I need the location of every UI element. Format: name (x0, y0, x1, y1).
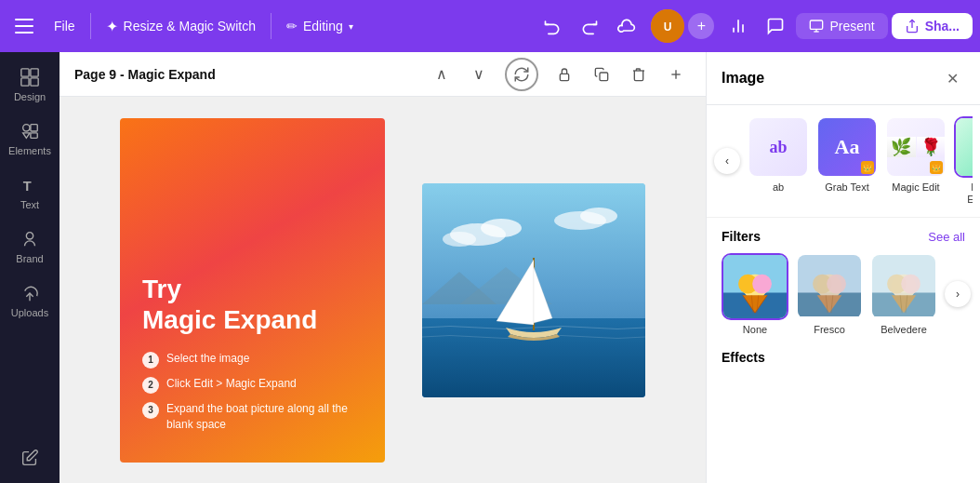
svg-rect-14 (31, 125, 37, 131)
svg-rect-5 (811, 20, 823, 29)
magic-refresh-icon[interactable] (505, 58, 538, 91)
page-toolbar: Page 9 - Magic Expand ∧ ∨ (60, 52, 706, 97)
filters-title: Filters (722, 229, 761, 244)
resize-magic-switch-button[interactable]: ✦ Resize & Magic Switch (97, 12, 265, 41)
effects-title: Effects (722, 350, 765, 365)
sidebar-item-label: Uploads (11, 307, 48, 318)
right-panel: Image ✕ ‹ ab ab Aa (706, 52, 980, 483)
svg-rect-11 (21, 78, 29, 86)
present-label: Present (829, 19, 874, 34)
see-all-button[interactable]: See all (928, 230, 965, 244)
panel-close-button[interactable]: ✕ (939, 65, 965, 91)
filter-belvedere[interactable]: Belvedere (870, 253, 937, 335)
svg-rect-10 (31, 69, 38, 76)
divider (271, 13, 271, 39)
filter-thumb-belvedere (870, 253, 937, 320)
filters-section: Filters See all (707, 218, 980, 346)
option-thumb-grab-text: Aa 👑 (816, 116, 878, 178)
filters-row: None (722, 253, 965, 335)
filter-label-none: None (743, 324, 767, 335)
page-title: Page 9 - Magic Expand (74, 67, 419, 82)
panel-title: Image (722, 70, 764, 87)
page-down-button[interactable]: ∨ (464, 60, 494, 89)
step-2: 2 Click Edit > Magic Expand (142, 376, 363, 394)
comments-button[interactable] (759, 9, 792, 43)
option-label-ab: ab (773, 181, 784, 194)
redo-button[interactable] (573, 9, 606, 43)
sidebar-item-elements[interactable]: Elements (4, 114, 56, 164)
svg-rect-21 (600, 73, 608, 81)
option-thumb-magic-edit: 🌿 🌹 👑 (885, 116, 947, 178)
add-collaborator-button[interactable]: + (688, 13, 714, 39)
effects-section: Effects (707, 346, 980, 378)
avatar[interactable]: U (651, 9, 684, 43)
filter-fresco[interactable]: Fresco (796, 253, 863, 335)
step-3: 3 Expand the boat picture along all the … (142, 401, 363, 433)
topbar: File ✦ Resize & Magic Switch ✏ Editing ▾ (0, 0, 980, 52)
sidebar-item-brand[interactable]: Brand (4, 221, 56, 272)
svg-point-56 (901, 275, 920, 294)
sidebar: Design Elements T Text Brand (0, 52, 60, 483)
svg-point-27 (443, 232, 476, 247)
option-thumb-magic-expand: 🐞 ◆ (954, 116, 973, 178)
present-button[interactable]: Present (796, 13, 887, 39)
option-ab[interactable]: ab ab (748, 116, 809, 206)
design-title: TryMagic Expand (142, 274, 363, 336)
sidebar-item-more[interactable] (4, 440, 56, 476)
lock-button[interactable] (550, 60, 579, 89)
share-button[interactable]: Sha... (892, 13, 973, 39)
options-nav-left[interactable]: ‹ (714, 148, 740, 174)
file-label: File (54, 19, 75, 34)
option-label-magic-expand: MagicExpand (967, 181, 973, 206)
step-1: 1 Select the image (142, 351, 363, 369)
svg-point-26 (481, 219, 522, 237)
copy-button[interactable] (587, 60, 616, 89)
sidebar-item-label: Brand (16, 253, 43, 264)
sidebar-item-uploads[interactable]: Uploads (4, 275, 56, 326)
svg-point-13 (23, 125, 30, 131)
svg-marker-15 (23, 133, 30, 139)
step-num-3: 3 (142, 402, 159, 419)
svg-text:U: U (664, 20, 672, 34)
sidebar-item-label: Elements (8, 145, 51, 156)
svg-text:T: T (23, 179, 32, 194)
option-grab-text[interactable]: Aa 👑 Grab Text (816, 116, 878, 206)
step-num-2: 2 (142, 377, 159, 394)
option-magic-expand[interactable]: 🐞 ◆ MagicExpand (954, 116, 973, 206)
svg-point-38 (752, 275, 772, 294)
add-page-button[interactable] (661, 60, 691, 89)
svg-rect-9 (21, 69, 29, 76)
option-magic-edit[interactable]: 🌿 🌹 👑 Magic Edit (885, 116, 947, 206)
svg-point-29 (580, 208, 617, 224)
filter-none[interactable]: None (722, 253, 788, 335)
editing-button[interactable]: ✏ Editing ▾ (277, 13, 363, 39)
svg-point-48 (827, 275, 846, 294)
options-scroll: ab ab Aa 👑 Grab Text (740, 116, 973, 206)
filter-label-belvedere: Belvedere (881, 324, 927, 335)
canvas-area: Page 9 - Magic Expand ∧ ∨ (60, 52, 706, 483)
file-menu-button[interactable]: File (45, 13, 85, 39)
canvas-content: TryMagic Expand 1 Select the image 2 Cli… (60, 97, 706, 483)
delete-button[interactable] (624, 60, 654, 89)
divider (90, 13, 91, 39)
save-cloud-button[interactable] (610, 9, 643, 43)
menu-button[interactable] (7, 9, 41, 43)
sidebar-item-text[interactable]: T Text (4, 168, 56, 218)
analytics-button[interactable] (722, 9, 755, 43)
design-card[interactable]: TryMagic Expand 1 Select the image 2 Cli… (120, 118, 385, 463)
undo-button[interactable] (536, 9, 569, 43)
crown-badge: 👑 (861, 161, 874, 174)
filters-nav-right[interactable]: › (945, 281, 971, 307)
sailboat-photo[interactable] (422, 183, 645, 397)
filters-header: Filters See all (722, 229, 965, 244)
option-label-magic-edit: Magic Edit (892, 181, 939, 194)
sidebar-item-design[interactable]: Design (4, 60, 56, 110)
page-up-button[interactable]: ∧ (427, 60, 457, 89)
filter-thumb-fresco (796, 253, 863, 320)
filter-label-fresco: Fresco (814, 324, 845, 335)
svg-point-18 (26, 233, 33, 239)
step-num-1: 1 (142, 352, 159, 369)
sidebar-item-label: Text (20, 199, 39, 210)
main-area: Design Elements T Text Brand (0, 52, 980, 483)
sidebar-item-label: Design (14, 91, 46, 102)
